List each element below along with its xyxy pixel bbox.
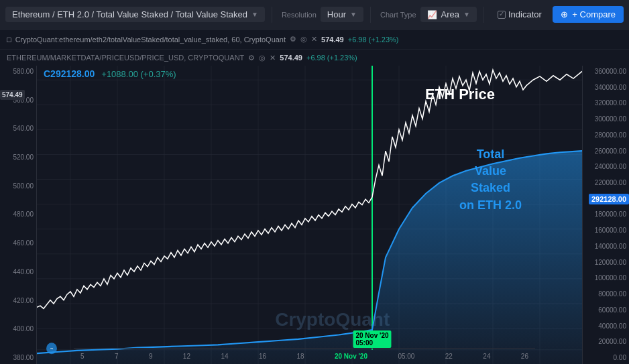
compare-button[interactable]: ⊕ + Compare	[553, 6, 624, 23]
left-label-10: 380.00	[3, 355, 34, 361]
subtitle-close-icon[interactable]: ✕	[311, 35, 317, 44]
subtitle-price: 574.49	[321, 36, 344, 44]
compare-plus-icon: ⊕	[561, 9, 568, 19]
right-label-6: 240000.00	[585, 164, 626, 170]
subtitle-source: CryptoQuant:ethereum/eth2/totalValueStak…	[15, 36, 286, 44]
left-label-2: 540.00	[3, 125, 34, 132]
right-label-2: 320000.00	[585, 100, 626, 107]
current-main-value: C292128.00	[44, 68, 95, 79]
right-label-13: 100000.00	[585, 275, 626, 282]
separator-1	[272, 7, 272, 23]
left-label-6: 460.00	[3, 240, 34, 247]
resolution-chevron-icon: ▼	[350, 11, 357, 18]
right-label-3: 300000.00	[585, 116, 626, 123]
right-label-0: 360000.00	[585, 68, 626, 75]
second-change: +6.98 (+1.23%)	[306, 54, 357, 62]
current-value-right-badge: 292128.00	[589, 194, 629, 204]
chart-type-chevron-icon: ▼	[463, 11, 470, 18]
area-icon: 📈	[427, 10, 437, 19]
indicator-label: Indicator	[508, 9, 542, 19]
topbar: Ethereum / ETH 2.0 / Total Value Staked …	[0, 0, 629, 29]
left-price-axis: 580.00 560.00 540.00 520.00 500.00 480.0…	[0, 66, 37, 364]
x-label-11: 26	[521, 353, 528, 360]
green-date-text: 20 Nov '20	[355, 332, 388, 339]
right-label-10: 160000.00	[585, 227, 626, 234]
subtitle-change: +6.98 (+1.23%)	[348, 36, 399, 44]
chart-wrapper: 580.00 560.00 540.00 520.00 500.00 480.0…	[0, 66, 629, 364]
indicator-checkbox-icon	[498, 11, 506, 19]
left-label-0: 580.00	[3, 68, 34, 75]
left-label-4: 500.00	[3, 183, 34, 190]
second-row-bar: ETHEREUM/MARKETDATA/PRICEUSD/PRICE_USD, …	[0, 50, 629, 66]
close-icon-2[interactable]: ✕	[270, 54, 276, 62]
current-main-change: +1088.00 (+0.37%)	[101, 69, 176, 79]
right-label-5: 260000.00	[585, 148, 626, 155]
compare-label: + Compare	[572, 9, 616, 19]
current-value-text: 292128.00	[591, 195, 626, 203]
x-label-5: 16	[259, 353, 266, 360]
symbol-label: Ethereum / ETH 2.0 / Total Value Staked …	[12, 9, 247, 19]
right-label-12: 120000.00	[585, 259, 626, 266]
x-label-2: 9	[149, 353, 153, 360]
resolution-value: Hour	[327, 9, 346, 19]
left-label-8: 420.00	[3, 298, 34, 304]
right-label-14: 80000.00	[585, 291, 626, 298]
symbol-selector[interactable]: Ethereum / ETH 2.0 / Total Value Staked …	[5, 7, 265, 22]
right-label-1: 340000.00	[585, 84, 626, 91]
resolution-label: Resolution	[282, 11, 317, 19]
second-row-source: ETHEREUM/MARKETDATA/PRICEUSD/PRICE_USD, …	[7, 54, 244, 62]
subtitle-gear-icon[interactable]: ⚙	[290, 35, 296, 44]
x-label-4: 14	[221, 353, 228, 360]
x-axis: 5 7 9 12 14 16 18 20 Nov '20 05:00 22 24…	[74, 348, 535, 364]
eth-price-label: ETH Price	[425, 86, 495, 103]
x-label-8: 05:00	[398, 353, 414, 360]
green-time-text: 05:00	[355, 339, 373, 347]
subtitle-square-icon: □	[7, 36, 11, 44]
tvs-line3: Staked	[471, 181, 510, 194]
chart-svg: ~	[37, 66, 582, 364]
gear-icon-2[interactable]: ⚙	[248, 54, 255, 62]
second-price: 574.49	[280, 54, 302, 62]
x-label-3: 12	[183, 353, 190, 360]
svg-text:~: ~	[50, 346, 54, 352]
separator-2	[370, 7, 371, 23]
x-label-6: 18	[296, 353, 304, 360]
tvs-line2: Value	[475, 164, 506, 178]
green-date-label: 20 Nov '20 05:00	[353, 330, 391, 348]
right-label-11: 140000.00	[585, 243, 626, 250]
left-label-9: 400.00	[3, 326, 34, 332]
right-label-16: 40000.00	[585, 323, 626, 330]
chart-type-label: Chart Type	[380, 11, 416, 19]
indicator-button[interactable]: Indicator	[491, 7, 549, 22]
right-label-15: 60000.00	[585, 307, 626, 314]
resolution-dropdown[interactable]: Hour ▼	[321, 7, 363, 22]
tvs-line4: on ETH 2.0	[459, 198, 522, 212]
separator-3	[483, 7, 484, 23]
x-label-7: 20 Nov '20	[335, 353, 367, 360]
left-label-7: 440.00	[3, 269, 34, 276]
x-label-9: 22	[445, 353, 453, 360]
eye-icon-2[interactable]: ◎	[259, 54, 266, 62]
left-label-3: 520.00	[3, 154, 34, 161]
value-header: C292128.00 +1088.00 (+0.37%)	[44, 68, 176, 79]
x-label-10: 24	[483, 353, 490, 360]
subtitle-eye-icon[interactable]: ◎	[300, 35, 307, 44]
chart-svg-area: C292128.00 +1088.00 (+0.37%) ETH Price T…	[37, 66, 582, 364]
current-price-left-badge: 574.49	[0, 90, 25, 100]
subtitle-bar: □ CryptoQuant:ethereum/eth2/totalValueSt…	[0, 29, 629, 50]
right-label-18: 0.00	[585, 355, 626, 361]
right-label-4: 280000.00	[585, 132, 626, 139]
tvs-label: Total Value Staked on ETH 2.0	[459, 146, 522, 214]
chart-type-dropdown[interactable]: 📈 Area ▼	[420, 7, 477, 22]
right-price-axis: 360000.00 340000.00 320000.00 300000.00 …	[582, 66, 629, 364]
right-label-7: 220000.00	[585, 180, 626, 186]
left-label-5: 480.00	[3, 211, 34, 218]
right-label-9: 180000.00	[585, 211, 626, 218]
chart-type-value: Area	[441, 9, 459, 19]
x-label-1: 7	[115, 353, 119, 360]
right-label-17: 20000.00	[585, 339, 626, 345]
x-label-0: 5	[80, 353, 84, 360]
tvs-line1: Total	[477, 147, 505, 161]
symbol-chevron-icon: ▼	[251, 11, 258, 18]
